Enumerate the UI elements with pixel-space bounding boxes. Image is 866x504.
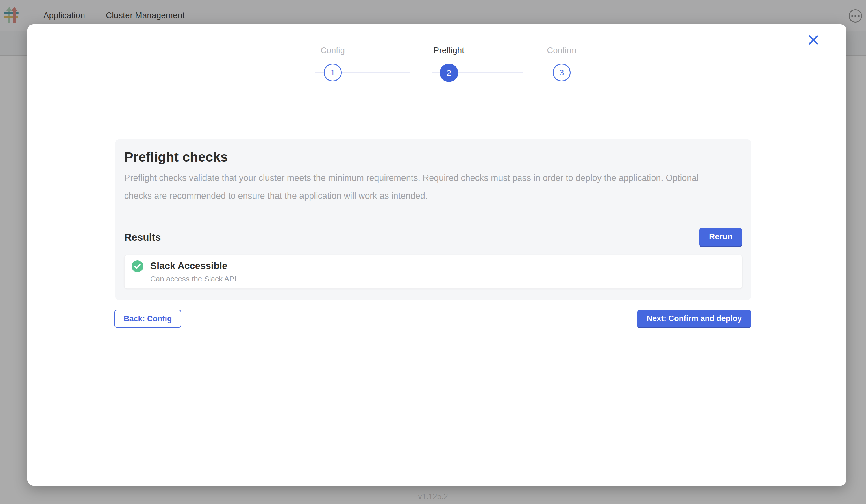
modal-actions: Back: Config Next: Confirm and deploy [114,310,751,328]
results-header-row: Results Rerun [124,228,742,247]
step-number: 3 [559,68,564,77]
preflight-result-row: Slack Accessible Can access the Slack AP… [124,255,742,289]
result-detail: Can access the Slack API [150,274,236,283]
result-title: Slack Accessible [150,260,236,272]
app-screen: Application Cluster Management v1.125.2 … [0,0,866,504]
panel-title: Preflight checks [124,149,742,165]
stepper-step-confirm: Confirm 3 [518,45,605,81]
step-number: 2 [447,68,452,78]
step-circle: 3 [553,64,570,81]
next-confirm-deploy-button[interactable]: Next: Confirm and deploy [637,310,751,328]
result-text-block: Slack Accessible Can access the Slack AP… [150,260,236,283]
preflight-panel: Preflight checks Preflight checks valida… [115,139,751,300]
back-config-button[interactable]: Back: Config [114,310,181,328]
step-circle: 1 [324,64,342,81]
rerun-button[interactable]: Rerun [699,228,742,247]
step-label: Preflight [406,45,492,56]
stepper-step-preflight: Preflight 2 [406,45,492,82]
panel-description: Preflight checks validate that your clus… [124,169,725,205]
deploy-stepper: Config 1 Preflight 2 Confirm 3 [27,24,846,99]
step-label: Config [289,45,376,56]
step-label: Confirm [518,45,605,56]
step-circle: 2 [440,64,458,82]
results-heading: Results [124,232,161,243]
stepper-step-config: Config 1 [289,45,376,81]
preflight-modal: Config 1 Preflight 2 Confirm 3 Preflight… [27,24,846,485]
check-circle-icon [132,260,143,272]
step-number: 1 [330,68,335,77]
